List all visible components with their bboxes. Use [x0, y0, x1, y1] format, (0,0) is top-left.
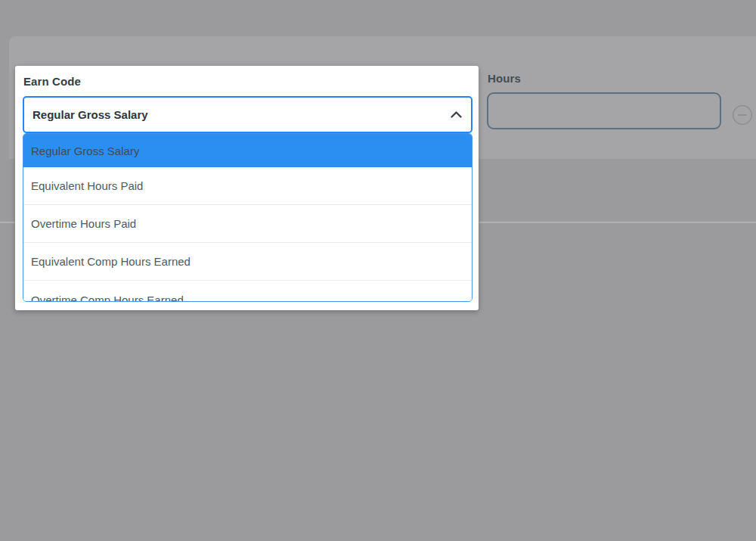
dropdown-option-regular-gross-salary[interactable]: Regular Gross Salary	[23, 134, 472, 167]
dropdown-option-equivalent-comp-hours-earned[interactable]: Equivalent Comp Hours Earned	[23, 243, 472, 281]
dropdown-option-overtime-comp-hours-earned[interactable]: Overtime Comp Hours Earned	[23, 281, 472, 302]
hours-input[interactable]	[487, 92, 721, 129]
hours-field-group: Hours	[487, 72, 723, 129]
payroll-form-page: Hours Earn Code Regular Gross Salary Reg…	[0, 0, 756, 541]
hours-label: Hours	[488, 72, 723, 86]
earn-code-select[interactable]: Regular Gross Salary	[23, 96, 472, 133]
chevron-up-icon[interactable]	[441, 98, 471, 132]
earn-code-dropdown-menu: Regular Gross Salary Equivalent Hours Pa…	[23, 133, 472, 302]
remove-row-button[interactable]	[732, 104, 753, 126]
earn-code-spotlight-card: Earn Code Regular Gross Salary Regular G…	[15, 66, 479, 310]
dropdown-option-overtime-hours-paid[interactable]: Overtime Hours Paid	[23, 205, 472, 243]
earn-code-selected-value: Regular Gross Salary	[24, 108, 148, 121]
minus-circle-icon	[732, 117, 753, 128]
dropdown-option-equivalent-hours-paid[interactable]: Equivalent Hours Paid	[23, 167, 472, 205]
earn-code-label: Earn Code	[23, 75, 81, 89]
